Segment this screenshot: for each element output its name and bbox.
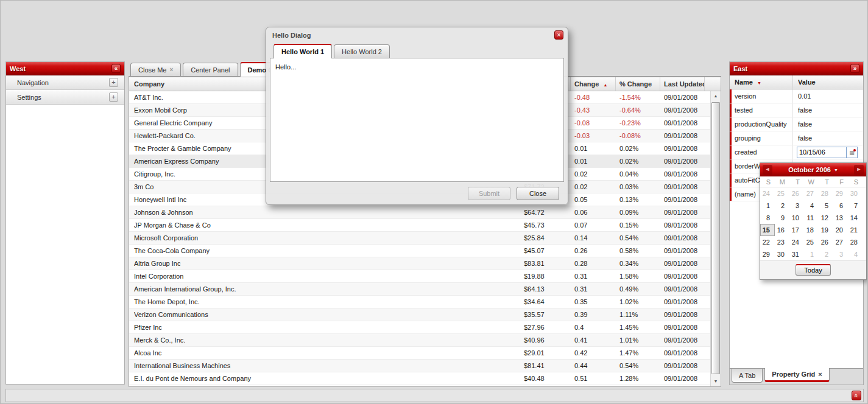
- day-cell[interactable]: 6: [833, 200, 848, 212]
- table-row[interactable]: Pfizer Inc$27.960.41.45%09/01/2008: [129, 321, 710, 334]
- table-row[interactable]: Microsoft Corporation$25.840.140.54%09/0…: [129, 232, 710, 245]
- expand-plus-icon[interactable]: +: [109, 78, 118, 87]
- day-cell[interactable]: 26: [789, 187, 804, 200]
- day-cell[interactable]: 12: [819, 212, 833, 224]
- table-row[interactable]: Merck & Co., Inc.$40.960.411.01%09/01/20…: [129, 334, 710, 347]
- day-cell[interactable]: 22: [760, 236, 775, 248]
- day-cell[interactable]: 4: [848, 248, 863, 260]
- scroll-up-icon[interactable]: ▲: [711, 91, 721, 101]
- cell-pct: 1.28%: [616, 372, 660, 385]
- prev-month-icon[interactable]: ◄: [763, 165, 772, 175]
- tab-close-icon[interactable]: ×: [818, 368, 822, 381]
- day-cell[interactable]: 3: [789, 200, 804, 212]
- accordion-item-navigation[interactable]: Navigation +: [6, 75, 124, 90]
- grid-scrollbar[interactable]: ▲ ▼: [710, 91, 721, 386]
- today-button[interactable]: Today: [796, 264, 831, 276]
- day-cell[interactable]: 19: [819, 224, 833, 236]
- day-cell[interactable]: 30: [848, 187, 863, 200]
- day-cell[interactable]: 11: [804, 212, 819, 224]
- day-cell[interactable]: 13: [833, 212, 848, 224]
- table-row[interactable]: JP Morgan & Chase & Co$45.730.070.15%09/…: [129, 219, 710, 232]
- tab-center-panel[interactable]: Center Panel: [183, 63, 238, 76]
- day-cell[interactable]: 17: [789, 224, 804, 236]
- selected-day-cell[interactable]: 15: [760, 224, 775, 236]
- property-value: 0.01: [793, 89, 863, 103]
- month-selector[interactable]: October 2006 ▼: [788, 166, 838, 173]
- day-cell[interactable]: 2: [775, 200, 789, 212]
- expand-plus-icon[interactable]: +: [109, 92, 118, 102]
- day-cell[interactable]: 7: [848, 200, 863, 212]
- tab-hello-world-2[interactable]: Hello World 2: [334, 44, 390, 58]
- day-cell[interactable]: 1: [804, 248, 819, 260]
- day-cell[interactable]: 1: [760, 200, 775, 212]
- column-header-name[interactable]: Name ▼: [730, 75, 793, 89]
- dialog-header[interactable]: Hello Dialog ×: [266, 27, 568, 43]
- day-cell[interactable]: 4: [804, 200, 819, 212]
- property-row[interactable]: productionQualityfalse: [730, 117, 863, 131]
- day-cell[interactable]: 25: [804, 236, 819, 248]
- day-cell[interactable]: 28: [848, 236, 863, 248]
- calendar-trigger-icon[interactable]: ▦: [847, 147, 858, 158]
- day-cell[interactable]: 24: [789, 236, 804, 248]
- day-cell[interactable]: 31: [789, 248, 804, 260]
- day-cell[interactable]: 29: [760, 248, 775, 260]
- cell-change: 0.07: [571, 219, 616, 231]
- table-row[interactable]: American International Group, Inc.$64.13…: [129, 283, 710, 296]
- column-header-value[interactable]: Value: [793, 75, 863, 89]
- tab-hello-world-1[interactable]: Hello World 1: [273, 44, 332, 58]
- day-cell[interactable]: 8: [760, 212, 775, 224]
- submit-button[interactable]: Submit: [468, 187, 510, 200]
- day-cell[interactable]: 3: [833, 248, 848, 260]
- day-cell[interactable]: 21: [848, 224, 863, 236]
- day-cell[interactable]: 10: [789, 212, 804, 224]
- day-cell[interactable]: 16: [775, 224, 789, 236]
- day-header: T: [789, 176, 804, 187]
- table-row[interactable]: The Home Depot, Inc.$34.640.351.02%09/01…: [129, 296, 710, 308]
- tab-close-icon[interactable]: ×: [169, 64, 173, 76]
- collapse-right-icon[interactable]: »: [850, 64, 859, 73]
- day-cell[interactable]: 25: [775, 187, 789, 200]
- expand-south-icon[interactable]: «: [852, 391, 861, 400]
- hello-dialog: Hello Dialog × Hello World 1 Hello World…: [266, 27, 568, 205]
- column-header-pct-change[interactable]: % Change: [616, 77, 660, 91]
- tab-close-me[interactable]: Close Me ×: [130, 63, 181, 76]
- day-cell[interactable]: 28: [819, 187, 833, 200]
- accordion-item-settings[interactable]: Settings +: [6, 90, 124, 105]
- day-cell[interactable]: 27: [804, 187, 819, 200]
- day-cell[interactable]: 27: [833, 236, 848, 248]
- day-cell[interactable]: 18: [804, 224, 819, 236]
- day-cell[interactable]: 26: [819, 236, 833, 248]
- day-cell[interactable]: 9: [775, 212, 789, 224]
- table-row[interactable]: Johnson & Johnson$64.720.060.09%09/01/20…: [129, 206, 710, 219]
- table-row[interactable]: International Business Machines$81.410.4…: [129, 360, 710, 372]
- date-field[interactable]: [797, 147, 847, 158]
- day-cell[interactable]: 23: [775, 236, 789, 248]
- day-cell[interactable]: 2: [819, 248, 833, 260]
- next-month-icon[interactable]: ►: [854, 165, 864, 175]
- column-header-change[interactable]: Change ▲: [571, 77, 616, 91]
- day-cell[interactable]: 14: [848, 212, 863, 224]
- tab-a-tab[interactable]: A Tab: [732, 369, 763, 383]
- table-row[interactable]: E.I. du Pont de Nemours and Company$40.4…: [129, 372, 710, 385]
- tab-property-grid[interactable]: Property Grid ×: [764, 368, 829, 382]
- day-cell[interactable]: 20: [833, 224, 848, 236]
- day-cell[interactable]: 30: [775, 248, 789, 260]
- close-button[interactable]: Close: [517, 187, 559, 200]
- day-cell[interactable]: 29: [833, 187, 848, 200]
- property-row[interactable]: testedfalse: [730, 103, 863, 117]
- column-header-last-updated[interactable]: Last Updated: [660, 77, 705, 91]
- day-cell[interactable]: 24: [760, 187, 775, 200]
- table-row[interactable]: Intel Corporation$19.880.311.58%09/01/20…: [129, 270, 710, 283]
- property-row[interactable]: version0.01: [730, 89, 863, 103]
- property-row[interactable]: groupingfalse: [730, 131, 863, 145]
- table-row[interactable]: The Coca-Cola Company$45.070.260.58%09/0…: [129, 245, 710, 257]
- scroll-thumb[interactable]: [711, 102, 720, 374]
- dialog-close-icon[interactable]: ×: [554, 30, 563, 40]
- table-row[interactable]: Alcoa Inc$29.010.421.47%09/01/2008: [129, 347, 710, 360]
- table-row[interactable]: Verizon Communications$35.570.391.11%09/…: [129, 308, 710, 321]
- day-cell[interactable]: 5: [819, 200, 833, 212]
- collapse-left-icon[interactable]: «: [111, 64, 121, 73]
- property-row[interactable]: created▦: [730, 145, 863, 159]
- table-row[interactable]: Altria Group Inc$83.810.280.34%09/01/200…: [129, 257, 710, 270]
- scroll-down-icon[interactable]: ▼: [711, 377, 721, 386]
